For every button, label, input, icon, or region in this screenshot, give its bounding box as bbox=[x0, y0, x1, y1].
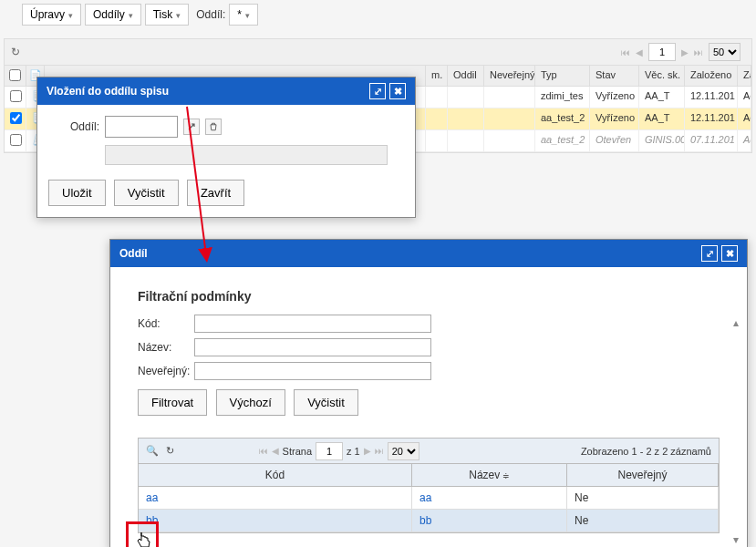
top-toolbar: Úpravy Oddíly Tisk Oddíl: * bbox=[0, 0, 756, 29]
oddil-input[interactable] bbox=[105, 116, 178, 138]
dialog-oddil-header[interactable]: Oddíl ⤢ ✖ bbox=[110, 240, 747, 267]
col-nazev[interactable]: Název bbox=[412, 464, 567, 486]
filter-nazev-label: Název: bbox=[138, 341, 194, 354]
cell-nazev[interactable]: aa bbox=[412, 487, 567, 509]
list-item[interactable]: bbbbNe bbox=[139, 510, 719, 532]
oddil-grid: 🔍 ↻ ⏮ ◀ Strana z 1 ▶ ⏭ 20 Zobrazeno 1 - … bbox=[138, 438, 720, 533]
scroll-down-icon[interactable]: ▾ bbox=[733, 533, 739, 546]
row-checkbox[interactable] bbox=[10, 134, 22, 146]
dialog-restore-icon[interactable]: ⤢ bbox=[369, 83, 386, 99]
grid-header-stav[interactable]: Stav bbox=[590, 66, 639, 86]
save-button[interactable]: Uložit bbox=[48, 180, 106, 206]
cell-zalozeno: 12.11.201 bbox=[685, 87, 738, 108]
grid-header-neverejny[interactable]: Neveřejný bbox=[484, 66, 535, 86]
grid-header-oddil[interactable]: Oddil bbox=[448, 66, 484, 86]
grid-select-all-checkbox[interactable] bbox=[9, 69, 21, 81]
oddil-filter-dropdown[interactable]: * bbox=[229, 4, 258, 26]
dialog-oddil-title: Oddíl bbox=[119, 247, 148, 260]
cell-za: Adm bbox=[738, 130, 751, 151]
grid-first-icon[interactable]: ⏮ bbox=[621, 47, 630, 57]
col-kod[interactable]: Kód bbox=[139, 464, 412, 486]
dialog-close-icon[interactable]: ✖ bbox=[389, 83, 406, 99]
filter-kod-input[interactable] bbox=[194, 315, 431, 333]
cell-stav: Otevřen bbox=[590, 130, 639, 151]
cell-zalozeno: 12.11.201 bbox=[685, 108, 738, 129]
list-item[interactable]: aaaaNe bbox=[139, 487, 719, 510]
trash-icon[interactable] bbox=[205, 119, 222, 135]
upravy-menu[interactable]: Úpravy bbox=[22, 4, 81, 26]
inner-search-icon[interactable]: 🔍 bbox=[146, 445, 159, 457]
close-button[interactable]: Zavřít bbox=[187, 180, 244, 206]
inner-page-input[interactable] bbox=[316, 442, 343, 460]
cell-neverejny: Ne bbox=[567, 510, 719, 532]
dialog-oddil-close-icon[interactable]: ✖ bbox=[721, 245, 738, 262]
cell-kod[interactable]: bb bbox=[139, 510, 412, 532]
background-grid-toolbar: ↻ ⏮ ◀ ▶ ⏭ 50 bbox=[5, 39, 751, 65]
row-checkbox[interactable] bbox=[10, 90, 22, 102]
grid-header-za[interactable]: Za bbox=[738, 66, 751, 86]
inner-first-icon[interactable]: ⏮ bbox=[259, 446, 268, 456]
cell-stav: Vyřízeno bbox=[590, 87, 639, 108]
filter-nazev-input[interactable] bbox=[194, 338, 431, 356]
grid-next-icon[interactable]: ▶ bbox=[681, 47, 689, 57]
tisk-menu[interactable]: Tisk bbox=[145, 4, 190, 26]
oddil-label: Oddíl: bbox=[48, 120, 99, 133]
inner-refresh-icon[interactable]: ↻ bbox=[166, 445, 174, 457]
cell-typ: aa_test_2 bbox=[535, 108, 590, 129]
col-neverejny[interactable]: Neveřejný bbox=[567, 464, 719, 486]
inner-grid-toolbar: 🔍 ↻ ⏮ ◀ Strana z 1 ▶ ⏭ 20 Zobrazeno 1 - … bbox=[139, 439, 719, 464]
grid-page-input[interactable] bbox=[648, 43, 676, 61]
cell-za: Adm bbox=[738, 108, 751, 129]
filter-clear-button[interactable]: Vyčistit bbox=[294, 389, 358, 416]
oddil-display-field bbox=[105, 145, 388, 165]
cell-typ: aa_test_2 bbox=[535, 130, 590, 151]
cell-nazev[interactable]: bb bbox=[412, 510, 567, 532]
lookup-icon[interactable] bbox=[183, 119, 200, 135]
cell-vecsk: GINIS.00 bbox=[639, 130, 685, 151]
dialog-vlozeni-title: Vložení do oddílu spisu bbox=[47, 85, 169, 98]
dialog-oddil: Oddíl ⤢ ✖ Filtrační podmínky Kód: Název:… bbox=[109, 239, 748, 547]
scrollbar[interactable]: ▴ ▾ bbox=[729, 316, 743, 546]
dialog-vlozeni: Vložení do oddílu spisu ⤢ ✖ Oddíl: Uloži… bbox=[36, 77, 416, 218]
filter-kod-label: Kód: bbox=[138, 317, 194, 330]
cell-typ: zdimi_tes bbox=[535, 87, 590, 108]
dialog-vlozeni-header[interactable]: Vložení do oddílu spisu ⤢ ✖ bbox=[37, 77, 415, 105]
cell-neverejny: Ne bbox=[567, 487, 719, 509]
grid-header-vecsk[interactable]: Věc. sk. bbox=[639, 66, 685, 86]
grid-header-zalozeno[interactable]: Založeno bbox=[685, 66, 738, 86]
grid-last-icon[interactable]: ⏭ bbox=[694, 47, 703, 57]
grid-pagesize-select[interactable]: 50 bbox=[709, 43, 740, 61]
filter-title: Filtrační podmínky bbox=[138, 289, 720, 304]
cell-kod[interactable]: aa bbox=[139, 487, 412, 509]
filter-neverejny-label: Neveřejný: bbox=[138, 365, 194, 377]
cell-vecsk: AA_T bbox=[639, 108, 685, 129]
cell-stav: Vyřízeno bbox=[590, 108, 639, 129]
dialog-oddil-restore-icon[interactable]: ⤢ bbox=[701, 245, 718, 262]
grid-header-m[interactable]: m. bbox=[426, 66, 448, 86]
cell-za: Adm bbox=[738, 87, 751, 108]
grid-prev-icon[interactable]: ◀ bbox=[636, 47, 643, 57]
records-shown-label: Zobrazeno 1 - 2 z 2 záznamů bbox=[581, 446, 711, 457]
oddil-filter-label: Oddíl: bbox=[196, 8, 225, 21]
oddily-menu[interactable]: Oddíly bbox=[85, 4, 141, 26]
inner-prev-icon[interactable]: ◀ bbox=[272, 446, 279, 456]
strana-label: Strana bbox=[283, 446, 312, 457]
grid-header-typ[interactable]: Typ bbox=[535, 66, 590, 86]
refresh-icon[interactable]: ↻ bbox=[8, 45, 23, 59]
cell-zalozeno: 07.11.201 bbox=[685, 130, 738, 151]
filter-button[interactable]: Filtrovat bbox=[138, 389, 207, 416]
scroll-up-icon[interactable]: ▴ bbox=[733, 316, 739, 329]
inner-next-icon[interactable]: ▶ bbox=[364, 446, 371, 456]
z-label: z 1 bbox=[347, 446, 360, 457]
default-button[interactable]: Výchozí bbox=[216, 389, 285, 416]
filter-neverejny-input[interactable] bbox=[194, 362, 431, 380]
row-checkbox[interactable] bbox=[10, 112, 22, 124]
cell-vecsk: AA_T bbox=[639, 87, 685, 108]
inner-pagesize-select[interactable]: 20 bbox=[388, 442, 419, 460]
inner-last-icon[interactable]: ⏭ bbox=[375, 446, 384, 456]
clear-button[interactable]: Vyčistit bbox=[114, 180, 179, 206]
